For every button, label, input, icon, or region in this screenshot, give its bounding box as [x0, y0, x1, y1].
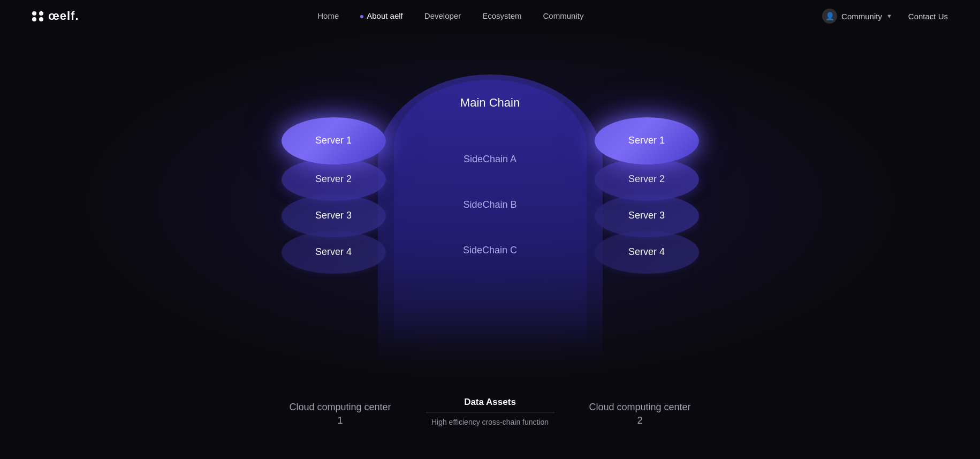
nav-community[interactable]: Community: [543, 11, 584, 20]
data-assets-subtitle: High efficiency cross-chain function: [426, 417, 554, 428]
data-assets-title: Data Assets: [426, 397, 554, 408]
sidechain-a-label: SideChain A: [464, 154, 516, 165]
nav-about[interactable]: About aelf: [360, 11, 403, 20]
community-dropdown-button[interactable]: 👤 Community ▼: [822, 9, 892, 24]
active-indicator: [360, 15, 363, 18]
left-server-2: Server 2: [282, 158, 386, 201]
contact-us-link[interactable]: Contact Us: [908, 12, 948, 21]
right-server-1: Server 1: [595, 117, 699, 164]
cloud-center-1: Cloud computing center 1: [287, 401, 394, 427]
bottom-labels: Cloud computing center 1 Data Assets Hig…: [282, 397, 699, 428]
community-icon: 👤: [822, 9, 837, 24]
navbar: œelf. Home About aelf Developer Ecosyste…: [0, 0, 980, 32]
main-chain-label: Main Chain: [460, 96, 520, 110]
chain-labels: Main Chain SideChain A SideChain B SideC…: [460, 80, 520, 273]
servers-left: Server 1 Server 2 Server 3 Server 4: [282, 117, 386, 267]
right-server-3: Server 3: [595, 194, 699, 237]
right-server-2: Server 2: [595, 158, 699, 201]
left-server-4: Server 4: [282, 231, 386, 274]
main-content: Main Chain SideChain A SideChain B SideC…: [0, 32, 980, 459]
cloud-center-2: Cloud computing center 2: [587, 401, 694, 427]
logo-text: œelf.: [48, 9, 79, 23]
nav-home[interactable]: Home: [317, 11, 339, 20]
nav-ecosystem[interactable]: Ecosystem: [482, 11, 521, 20]
sidechain-c-label: SideChain C: [463, 245, 517, 256]
data-assets-divider: [426, 412, 554, 412]
community-btn-label: Community: [841, 12, 882, 21]
data-assets: Data Assets High efficiency cross-chain …: [426, 397, 554, 428]
nav-developer[interactable]: Developer: [424, 11, 461, 20]
left-server-3: Server 3: [282, 194, 386, 237]
logo-icon: [32, 11, 44, 21]
right-server-4: Server 4: [595, 231, 699, 274]
logo[interactable]: œelf.: [32, 9, 79, 23]
nav-links: Home About aelf Developer Ecosystem Comm…: [317, 11, 583, 21]
blockchain-diagram: Main Chain SideChain A SideChain B SideC…: [282, 64, 699, 428]
sidechain-b-label: SideChain B: [463, 199, 516, 210]
servers-right: Server 1 Server 2 Server 3 Server 4: [595, 117, 699, 267]
chevron-down-icon: ▼: [886, 13, 892, 19]
left-server-1: Server 1: [282, 117, 386, 164]
nav-right: 👤 Community ▼ Contact Us: [822, 9, 948, 24]
